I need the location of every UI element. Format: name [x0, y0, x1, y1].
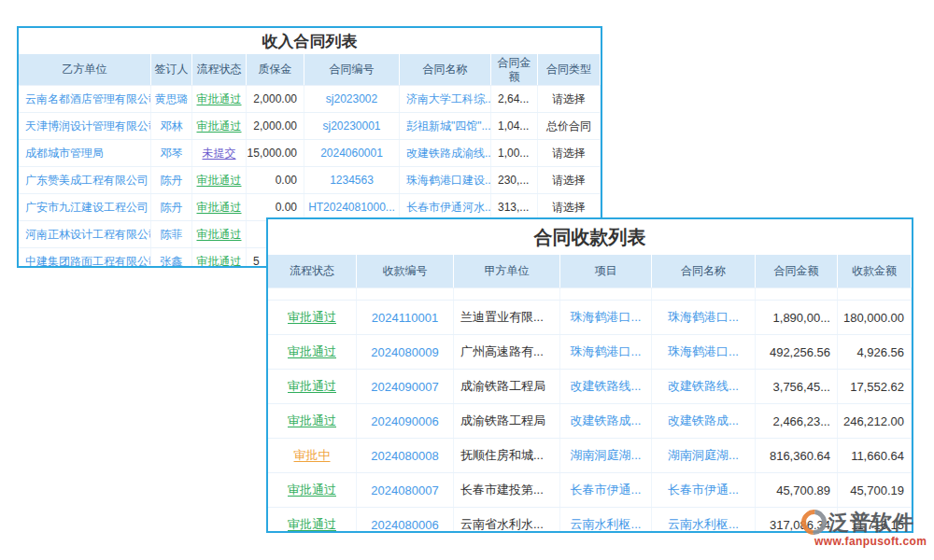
contract-code-cell[interactable]: sj2023002 — [304, 86, 400, 112]
company-cell[interactable]: 成都城市管理局 — [19, 140, 151, 166]
receipt-amount-cell: 11,660.64 — [838, 439, 912, 472]
receipt-code-cell[interactable]: 2024110001 — [357, 301, 454, 334]
contract-name-cell[interactable]: 彭祖新城"四馆"... — [400, 113, 491, 139]
table-row[interactable]: 广东赞美成工程有限公司陈丹审批通过0.001234563珠海鹤港口建设...23… — [19, 166, 601, 193]
receipt-code-cell[interactable]: 2024080007 — [357, 473, 454, 507]
signer-cell[interactable]: 黄思璐 — [151, 86, 192, 112]
party-a-cell: 成渝铁路工程局 — [454, 404, 560, 438]
receipt-amount-cell: 246,212.00 — [838, 404, 912, 438]
contract-amount-cell: 816,360.64 — [756, 439, 838, 472]
table-row[interactable]: 云南名都酒店管理有限公司黄思璐审批通过2,000.00sj2023002济南大学… — [19, 85, 601, 112]
table-row[interactable]: 成都城市管理局邓琴未提交15,000.002024060001改建铁路成渝线..… — [19, 139, 601, 166]
status-cell[interactable]: 审批通过 — [192, 113, 247, 139]
contract-name-cell[interactable]: 改建铁路成渝线... — [400, 140, 491, 166]
signer-cell[interactable]: 邓林 — [151, 113, 192, 139]
column-header: 流程状态 — [192, 54, 247, 85]
party-a-cell: 长春市建投第... — [454, 473, 560, 507]
project-cell[interactable]: 改建铁路成... — [560, 404, 652, 438]
company-cell[interactable]: 中建集团路面工程有限公司 — [19, 248, 151, 268]
project-cell[interactable]: 改建铁路线... — [560, 370, 652, 403]
signer-cell[interactable]: 陈丹 — [151, 194, 192, 220]
status-cell[interactable]: 审批通过 — [192, 194, 247, 220]
receipt-code-cell[interactable]: 2024090006 — [357, 404, 454, 438]
empty-cell — [268, 288, 357, 300]
table-row[interactable]: 审批中2024080008抚顺住房和城...湖南洞庭湖...湖南洞庭湖...81… — [268, 438, 912, 472]
signer-cell[interactable]: 陈菲 — [151, 221, 192, 247]
receipt-code-cell[interactable]: 2024080009 — [357, 335, 454, 369]
status-cell[interactable]: 审批通过 — [268, 404, 357, 438]
contract-amount-cell: 492,256.56 — [756, 335, 838, 369]
column-header: 合同名称 — [400, 54, 491, 85]
contract-name-cell[interactable]: 云南水利枢... — [652, 508, 756, 533]
project-cell[interactable]: 云南水利枢... — [560, 508, 652, 533]
empty-cell — [454, 288, 560, 300]
project-cell[interactable]: 珠海鹤港口... — [560, 301, 652, 334]
table-row[interactable]: 天津博润设计管理有限公司邓林审批通过2,000.00sj20230001彭祖新城… — [19, 112, 601, 139]
company-cell[interactable]: 云南名都酒店管理有限公司 — [19, 86, 151, 112]
status-cell[interactable]: 审批通过 — [192, 167, 247, 193]
receipt-code-cell[interactable]: 2024090007 — [357, 370, 454, 403]
contract-type-select[interactable]: 总价合同 — [538, 113, 601, 139]
contract-name-cell[interactable]: 湖南洞庭湖... — [652, 439, 756, 472]
table-row[interactable]: 审批通过2024080007长春市建投第...长春市伊通...长春市伊通...4… — [268, 472, 912, 507]
status-cell[interactable]: 审批通过 — [268, 473, 357, 507]
receipt-amount-cell: 17,552.62 — [838, 370, 912, 403]
status-cell[interactable]: 审批通过 — [192, 86, 247, 112]
column-header: 质保金 — [247, 54, 304, 85]
project-cell[interactable]: 湖南洞庭湖... — [560, 439, 652, 472]
contract-type-select[interactable]: 请选择 — [538, 86, 601, 112]
table-row[interactable]: 广安市九江建设工程公司陈丹审批通过0.00HT2024081000...长春市伊… — [19, 193, 601, 220]
status-cell[interactable]: 审批通过 — [268, 301, 357, 334]
company-cell[interactable]: 河南正林设计工程有限公司 — [19, 221, 151, 247]
empty-cell — [756, 288, 838, 300]
table-row[interactable]: 审批通过2024080009广州高速路有...珠海鹤港口...珠海鹤港口...4… — [268, 334, 912, 369]
table-row[interactable]: 审批通过2024110001兰迪置业有限...珠海鹤港口...珠海鹤港口...1… — [268, 300, 912, 334]
contract-code-cell[interactable]: 1234563 — [304, 167, 400, 193]
status-cell[interactable]: 审批中 — [268, 439, 357, 472]
contract-code-cell[interactable]: HT2024081000... — [304, 194, 400, 220]
status-cell[interactable]: 审批通过 — [268, 335, 357, 369]
project-cell[interactable]: 珠海鹤港口... — [560, 335, 652, 369]
status-cell[interactable]: 审批通过 — [268, 370, 357, 403]
receipt-code-cell[interactable]: 2024080008 — [357, 439, 454, 472]
contract-type-select[interactable]: 请选择 — [538, 167, 601, 193]
receipt-code-cell[interactable]: 2024080006 — [357, 508, 454, 533]
contract-name-cell[interactable]: 珠海鹤港口... — [652, 301, 756, 334]
deposit-cell: 2,000.00 — [247, 113, 304, 139]
signer-cell[interactable]: 邓琴 — [151, 140, 192, 166]
status-cell[interactable]: 审批通过 — [268, 508, 357, 533]
table-row[interactable]: 审批通过2024090006成渝铁路工程局改建铁路成...改建铁路成...2,4… — [268, 403, 912, 438]
company-cell[interactable]: 广东赞美成工程有限公司 — [19, 167, 151, 193]
receipt-table-body: 审批通过2024110001兰迪置业有限...珠海鹤港口...珠海鹤港口...1… — [268, 300, 912, 533]
contract-amount-cell: 1,04... — [491, 113, 538, 139]
party-a-cell: 兰迪置业有限... — [454, 301, 560, 334]
column-header: 合同编号 — [304, 54, 400, 85]
contract-name-cell[interactable]: 珠海鹤港口... — [652, 335, 756, 369]
status-cell[interactable]: 审批通过 — [192, 248, 247, 268]
contract-code-cell[interactable]: sj20230001 — [304, 113, 400, 139]
table-row[interactable]: 审批通过2024090007成渝铁路工程局改建铁路线...改建铁路线...3,7… — [268, 369, 912, 403]
contract-type-select[interactable]: 请选择 — [538, 140, 601, 166]
contract-name-cell[interactable]: 改建铁路线... — [652, 370, 756, 403]
contract-type-select[interactable]: 请选择 — [538, 194, 601, 220]
column-header: 合同名称 — [652, 255, 756, 287]
project-cell[interactable]: 长春市伊通... — [560, 473, 652, 507]
status-cell[interactable]: 未提交 — [192, 140, 247, 166]
contract-name-cell[interactable]: 长春市伊通... — [652, 473, 756, 507]
deposit-cell: 2,000.00 — [247, 86, 304, 112]
contract-amount-cell: 2,466,23... — [756, 404, 838, 438]
signer-cell[interactable]: 张鑫 — [151, 248, 192, 268]
contract-name-cell[interactable]: 长春市伊通河水... — [400, 194, 491, 220]
party-a-cell: 抚顺住房和城... — [454, 439, 560, 472]
deposit-cell: 0.00 — [247, 167, 304, 193]
company-cell[interactable]: 广安市九江建设工程公司 — [19, 194, 151, 220]
contract-name-cell[interactable]: 珠海鹤港口建设... — [400, 167, 491, 193]
receipt-header-row: 流程状态收款编号甲方单位项目合同名称合同金额收款金额 — [268, 255, 912, 287]
signer-cell[interactable]: 陈丹 — [151, 167, 192, 193]
contract-name-cell[interactable]: 济南大学工科综... — [400, 86, 491, 112]
contract-name-cell[interactable]: 改建铁路成... — [652, 404, 756, 438]
contract-amount-cell: 1,00... — [491, 140, 538, 166]
company-cell[interactable]: 天津博润设计管理有限公司 — [19, 113, 151, 139]
contract-code-cell[interactable]: 2024060001 — [304, 140, 400, 166]
status-cell[interactable]: 审批通过 — [192, 221, 247, 247]
